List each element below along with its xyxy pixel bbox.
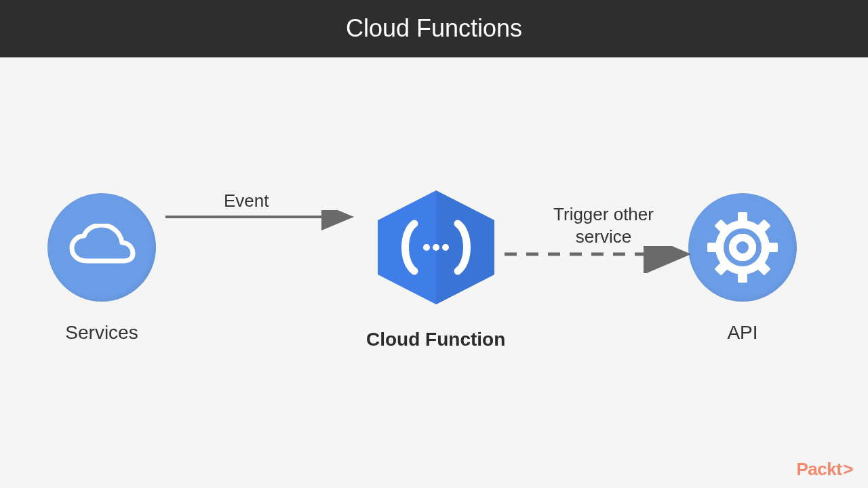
svg-point-3 xyxy=(433,244,439,251)
arrow-event xyxy=(163,210,359,237)
function-hex-icon xyxy=(368,186,504,308)
diagram-canvas: Services Cloud Function xyxy=(0,58,868,488)
arrow-trigger-label: Trigger other service xyxy=(536,203,671,247)
gear-icon xyxy=(688,193,797,302)
watermark-logo: Packt> xyxy=(796,459,853,480)
node-api: API xyxy=(688,193,797,344)
node-cloud-function-label: Cloud Function xyxy=(366,329,505,350)
page-title: Cloud Functions xyxy=(346,14,522,43)
node-services-label: Services xyxy=(65,322,138,344)
arrow-trigger xyxy=(502,246,692,273)
node-api-label: API xyxy=(727,322,757,344)
svg-point-4 xyxy=(442,244,449,251)
node-services: Services xyxy=(47,193,156,344)
watermark-text: Packt xyxy=(796,459,842,480)
arrow-event-label: Event xyxy=(224,190,269,212)
node-cloud-function: Cloud Function xyxy=(366,186,505,350)
cloud-icon xyxy=(47,193,156,302)
svg-point-2 xyxy=(423,244,430,251)
watermark-suffix: > xyxy=(843,459,853,480)
page-header: Cloud Functions xyxy=(0,0,868,58)
